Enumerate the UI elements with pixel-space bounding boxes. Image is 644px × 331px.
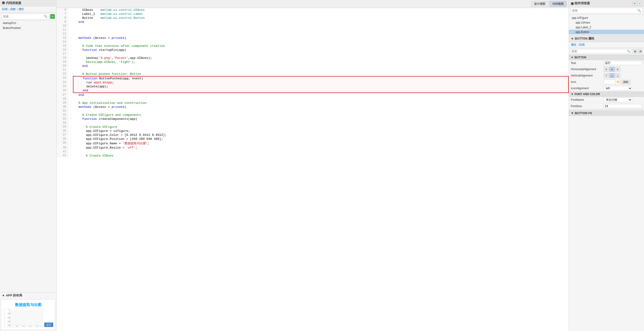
line-fold[interactable]: - <box>68 20 73 24</box>
line-fold[interactable]: - <box>68 16 73 20</box>
component-item[interactable]: app.Button <box>569 30 644 34</box>
line-fold[interactable]: - <box>68 146 73 150</box>
line-fold[interactable]: - <box>68 44 73 48</box>
line-number: 42 <box>56 154 68 158</box>
line-fold[interactable] <box>68 24 73 28</box>
line-fold[interactable]: - <box>68 113 73 117</box>
align-right-btn[interactable]: ≡ <box>615 67 620 72</box>
line-fold[interactable]: - <box>68 117 73 121</box>
line-content <box>73 28 569 32</box>
component-item[interactable]: app.UIFigure <box>569 16 644 20</box>
line-fold[interactable]: - <box>68 76 73 80</box>
align-left-btn[interactable]: ≡ <box>604 67 609 72</box>
code-area[interactable]: 6- UIAxes matlab.ui.control.UIAxes7- Lab… <box>56 8 569 331</box>
fontname-select[interactable]: 华文行楷 宋体 Arial <box>604 98 632 102</box>
properties-panel: ▼ BUTTON 属性 属性 | 回调 🔍 ⊞ ↕A ▼ BUTTON Text <box>569 35 644 331</box>
line-content: end <box>73 20 569 24</box>
list-item[interactable]: ButtonPushed <box>0 26 56 30</box>
line-fold[interactable]: - <box>68 137 73 141</box>
line-fold[interactable]: - <box>68 129 73 133</box>
line-content: delete(app); <box>73 84 569 88</box>
table-row: 39- app.UIFigure.Name = '数据提取与出图'; <box>56 141 569 146</box>
prop-sort-btn[interactable]: ↕A <box>638 49 642 54</box>
line-content <box>73 121 569 125</box>
tab-properties[interactable]: 属性 <box>571 43 576 47</box>
tab-property[interactable]: 属性 <box>18 7 24 11</box>
line-fold[interactable]: - <box>68 133 73 137</box>
align-center-btn[interactable]: ≡ <box>610 67 614 72</box>
design-view-btn[interactable]: 设计视图 <box>531 1 548 7</box>
line-fold[interactable]: - <box>68 8 73 12</box>
prop-search-input[interactable] <box>572 50 627 53</box>
icon-alignment-select[interactable]: left right top bottom <box>604 86 632 91</box>
line-fold[interactable]: - <box>68 141 73 146</box>
browse-icon-btn[interactable]: 浏览 <box>621 80 630 84</box>
line-fold[interactable] <box>68 97 73 101</box>
code-browser-search[interactable] <box>3 15 44 18</box>
line-number: 25 <box>56 84 68 88</box>
expand-all-btn[interactable]: ↕ <box>638 1 642 6</box>
collapse-all-btn[interactable]: ≡ <box>632 1 637 6</box>
code-view-btn[interactable]: 代码视图 <box>550 1 567 7</box>
valign-center-btn[interactable]: ⊥ <box>610 73 614 78</box>
component-search-input[interactable] <box>572 9 638 12</box>
add-button[interactable]: + <box>50 14 55 19</box>
line-fold[interactable]: - <box>68 36 73 40</box>
line-fold[interactable]: - <box>68 56 73 60</box>
line-fold[interactable]: - <box>68 12 73 16</box>
component-item[interactable]: app.UIAxes <box>569 20 644 25</box>
table-row: 21 <box>56 68 569 72</box>
line-content: app.UIFigure = uifigure; <box>73 129 569 133</box>
component-item[interactable]: app.Label_2 <box>569 25 644 30</box>
tab-function[interactable]: 函数 <box>10 7 16 11</box>
line-content: end <box>73 93 569 97</box>
line-fold[interactable]: - <box>68 154 73 158</box>
prop-iconalign-label: IconAlignment <box>571 87 604 90</box>
table-row: 13- methods (Access = private) <box>56 36 569 40</box>
line-fold[interactable]: - <box>68 84 73 88</box>
app-run-button[interactable]: 运行 <box>44 322 53 327</box>
line-fold[interactable]: - <box>68 60 73 64</box>
line-fold[interactable] <box>68 40 73 44</box>
line-fold[interactable]: - <box>68 88 73 93</box>
line-fold[interactable]: - <box>68 105 73 109</box>
table-row: 38- app.UIFigure.Position = [350 200 640… <box>56 137 569 141</box>
line-number: 10 <box>56 24 68 28</box>
prop-iconalign-row: IconAlignment left right top bottom <box>569 85 644 92</box>
app-layout-header[interactable]: ▼ APP 的布局 <box>0 292 56 298</box>
line-fold[interactable]: - <box>68 101 73 105</box>
line-fold[interactable] <box>68 32 73 36</box>
line-fold[interactable]: - <box>68 125 73 129</box>
line-content <box>73 97 569 101</box>
list-item[interactable]: startupFcn <box>0 21 56 26</box>
prop-text-row: Text <box>569 60 644 66</box>
valign-bottom-btn[interactable]: ⊥ <box>615 73 620 78</box>
line-number: 9 <box>56 20 68 24</box>
tab-callbacks[interactable]: 回调 <box>579 43 585 47</box>
icon-preview <box>604 80 616 84</box>
line-content: Button matlab.ui.control.Button <box>73 16 569 20</box>
line-fold[interactable]: - <box>68 80 73 84</box>
line-fold[interactable]: - <box>68 64 73 68</box>
line-number: 28 <box>56 97 68 101</box>
line-fold[interactable]: - <box>68 93 73 97</box>
line-fold[interactable]: - <box>68 72 73 76</box>
tab-callback[interactable]: 回调 <box>2 7 8 11</box>
prop-text-input[interactable] <box>604 61 642 65</box>
collapse-icon: ▼ <box>571 56 574 59</box>
line-fold[interactable]: - <box>68 48 73 52</box>
line-fold[interactable] <box>68 150 73 154</box>
line-content: methods (Access = private) <box>73 105 569 109</box>
line-fold[interactable] <box>68 121 73 125</box>
main-editor: 设计视图 代码视图 6- UIAxes matlab.ui.control.UI… <box>56 0 569 331</box>
line-fold[interactable] <box>68 52 73 56</box>
prop-view-btn1[interactable]: ⊞ <box>633 49 638 54</box>
line-fold[interactable] <box>68 28 73 32</box>
table-row: 25- delete(app); <box>56 84 569 88</box>
line-content <box>73 40 569 44</box>
fontsize-input[interactable] <box>604 104 642 108</box>
line-fold[interactable] <box>68 109 73 113</box>
valign-top-btn[interactable]: ⊤ <box>604 73 609 78</box>
line-content: % Button pushed function: Button <box>73 72 569 76</box>
line-fold[interactable] <box>68 68 73 72</box>
